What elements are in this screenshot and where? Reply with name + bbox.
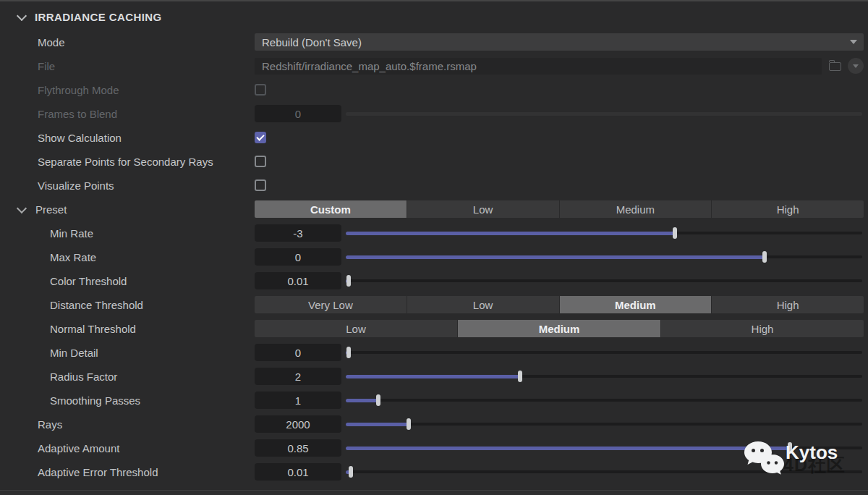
normal-threshold-option-high[interactable]: High bbox=[661, 320, 864, 337]
smoothing-passes-slider[interactable] bbox=[346, 392, 864, 409]
slider-track[interactable] bbox=[346, 112, 862, 116]
show-calculation-checkbox[interactable] bbox=[255, 132, 266, 143]
chevron-down-icon bbox=[853, 64, 859, 68]
distance-threshold-option-low[interactable]: Low bbox=[407, 296, 560, 313]
adaptive-amount-slider[interactable] bbox=[346, 439, 864, 457]
max-rate-slider[interactable] bbox=[346, 248, 864, 266]
mode-dropdown[interactable]: Rebuild (Don't Save) bbox=[255, 33, 864, 51]
rays-value-field[interactable]: 2000 bbox=[255, 415, 341, 433]
row-adaptive-amount: Adaptive Amount0.85 bbox=[0, 439, 868, 457]
label-mode: Mode bbox=[0, 36, 255, 48]
separate-points-for-secondary-rays-checkbox[interactable] bbox=[255, 156, 266, 167]
preset-collapse-chevron-icon[interactable] bbox=[17, 203, 27, 213]
visualize-points-checkbox[interactable] bbox=[255, 179, 266, 191]
slider-handle[interactable] bbox=[407, 418, 411, 430]
row-separate-points-for-secondary-rays: Separate Points for Secondary Rays bbox=[0, 153, 868, 170]
frames-to-blend-slider[interactable] bbox=[346, 105, 864, 122]
widget-show-calculation bbox=[255, 132, 866, 143]
widget-max-rate: 0 bbox=[255, 248, 866, 266]
distance-threshold-option-very-low[interactable]: Very Low bbox=[255, 296, 407, 313]
slider-handle[interactable] bbox=[346, 347, 351, 358]
widget-color-threshold: 0.01 bbox=[255, 272, 866, 289]
slider-fill bbox=[346, 232, 675, 235]
row-file: FileRedshift/irradiance_map_auto.$frame.… bbox=[0, 57, 868, 75]
label-text: Min Rate bbox=[50, 227, 93, 240]
label-text: Min Detail bbox=[50, 347, 98, 359]
widget-radius-factor: 2 bbox=[255, 368, 866, 385]
section-divider bbox=[0, 490, 868, 495]
label-frames-to-blend: Frames to Blend bbox=[0, 108, 255, 120]
preset-option-high[interactable]: High bbox=[712, 200, 864, 218]
label-text: Preset bbox=[35, 203, 67, 216]
irradiance-caching-panel: IRRADIANCE CACHING ModeRebuild (Don't Sa… bbox=[0, 0, 868, 495]
folder-icon bbox=[829, 62, 841, 71]
file-options-button[interactable] bbox=[848, 58, 864, 74]
widget-file: Redshift/irradiance_map_auto.$frame.rsma… bbox=[255, 58, 866, 75]
slider-track[interactable] bbox=[346, 351, 862, 354]
dropdown-value: Rebuild (Don't Save) bbox=[255, 36, 850, 48]
label-flythrough-mode: Flythrough Mode bbox=[0, 84, 255, 96]
radius-factor-slider[interactable] bbox=[346, 368, 864, 385]
preset-option-medium[interactable]: Medium bbox=[560, 200, 712, 218]
file-input[interactable]: Redshift/irradiance_map_auto.$frame.rsma… bbox=[255, 58, 822, 75]
normal-threshold-option-medium[interactable]: Medium bbox=[458, 320, 661, 337]
browse-folder-button[interactable] bbox=[827, 59, 844, 73]
min-rate-value-field[interactable]: -3 bbox=[255, 224, 341, 242]
slider-handle[interactable] bbox=[518, 371, 522, 382]
label-text: Radius Factor bbox=[50, 371, 117, 383]
color-threshold-value-field[interactable]: 0.01 bbox=[255, 272, 341, 289]
widget-normal-threshold: LowMediumHigh bbox=[255, 320, 866, 337]
adaptive-error-threshold-slider[interactable] bbox=[346, 463, 864, 481]
max-rate-value-field[interactable]: 0 bbox=[255, 248, 341, 266]
collapse-chevron-icon[interactable] bbox=[17, 10, 27, 20]
distance-threshold-option-medium[interactable]: Medium bbox=[560, 296, 712, 313]
frames-to-blend-value-field[interactable]: 0 bbox=[255, 105, 341, 122]
min-detail-value-field[interactable]: 0 bbox=[255, 344, 341, 361]
slider-handle[interactable] bbox=[788, 442, 792, 454]
label-text: Flythrough Mode bbox=[38, 84, 119, 96]
row-min-detail: Min Detail0 bbox=[0, 344, 868, 361]
slider-track[interactable] bbox=[346, 399, 862, 402]
widget-adaptive-amount: 0.85 bbox=[255, 439, 866, 457]
row-show-calculation: Show Calculation bbox=[0, 129, 868, 146]
widget-preset: CustomLowMediumHigh bbox=[255, 200, 866, 218]
preset-option-custom[interactable]: Custom bbox=[255, 200, 407, 218]
slider-fill bbox=[346, 423, 409, 426]
label-min-detail: Min Detail bbox=[0, 347, 255, 359]
slider-fill bbox=[346, 447, 790, 450]
normal-threshold-button-group: LowMediumHigh bbox=[255, 320, 864, 337]
flythrough-mode-checkbox[interactable] bbox=[255, 84, 266, 96]
label-adaptive-error-threshold: Adaptive Error Threshold bbox=[0, 466, 255, 478]
label-text: Normal Threshold bbox=[50, 323, 136, 335]
slider-handle[interactable] bbox=[346, 275, 351, 287]
widget-separate-points-for-secondary-rays bbox=[255, 156, 866, 167]
label-adaptive-amount: Adaptive Amount bbox=[0, 442, 255, 454]
slider-track[interactable] bbox=[346, 470, 862, 473]
row-min-rate: Min Rate-3 bbox=[0, 224, 868, 242]
slider-handle[interactable] bbox=[376, 394, 380, 406]
normal-threshold-option-low[interactable]: Low bbox=[255, 320, 458, 337]
label-color-threshold: Color Threshold bbox=[0, 275, 255, 287]
smoothing-passes-value-field[interactable]: 1 bbox=[255, 392, 341, 409]
adaptive-amount-value-field[interactable]: 0.85 bbox=[255, 439, 341, 457]
label-rays: Rays bbox=[0, 418, 255, 431]
distance-threshold-option-high[interactable]: High bbox=[712, 296, 864, 313]
adaptive-error-threshold-value-field[interactable]: 0.01 bbox=[255, 463, 341, 481]
min-rate-slider[interactable] bbox=[346, 224, 864, 242]
slider-track[interactable] bbox=[346, 279, 862, 282]
row-mode: ModeRebuild (Don't Save) bbox=[0, 33, 868, 51]
preset-option-low[interactable]: Low bbox=[407, 200, 560, 218]
slider-handle[interactable] bbox=[349, 466, 353, 478]
radius-factor-value-field[interactable]: 2 bbox=[255, 368, 341, 385]
widget-smoothing-passes: 1 bbox=[255, 392, 866, 409]
row-preset: PresetCustomLowMediumHigh bbox=[0, 200, 868, 218]
section-header[interactable]: IRRADIANCE CACHING bbox=[0, 7, 868, 27]
row-color-threshold: Color Threshold0.01 bbox=[0, 272, 868, 289]
slider-track[interactable] bbox=[346, 423, 862, 426]
slider-handle[interactable] bbox=[762, 251, 767, 263]
rays-slider[interactable] bbox=[346, 415, 864, 433]
min-detail-slider[interactable] bbox=[346, 344, 864, 361]
color-threshold-slider[interactable] bbox=[346, 272, 864, 289]
slider-handle[interactable] bbox=[673, 227, 677, 239]
chevron-down-icon bbox=[850, 40, 857, 44]
